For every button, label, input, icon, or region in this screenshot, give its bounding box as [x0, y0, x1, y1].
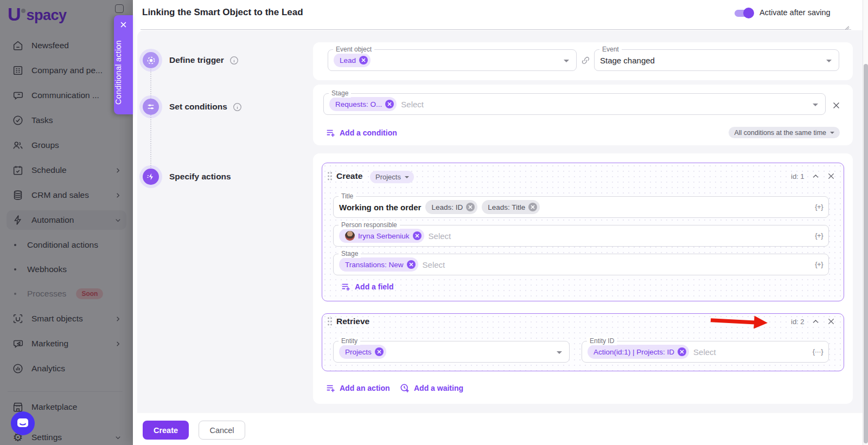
drag-handle-icon[interactable] — [327, 317, 333, 326]
event-object-label: Event object — [333, 46, 374, 54]
condition-stage-chip: Requests: O... — [329, 97, 397, 111]
modal-overlay[interactable] — [0, 0, 133, 445]
insert-variable-button[interactable]: {···} — [813, 347, 823, 356]
footer-bar: Create Cancel — [133, 413, 868, 445]
stage-field[interactable]: Stage Translations: New Select {+} — [333, 254, 829, 275]
close-icon[interactable] — [827, 317, 835, 326]
retrieve-card-title: Retrieve — [336, 317, 369, 326]
activate-toggle-label: Activate after saving — [760, 8, 831, 17]
textarea-resize-handle[interactable] — [844, 23, 850, 30]
specify-actions-label: Specify actions — [169, 172, 231, 182]
entity-id-field[interactable]: Entity ID Action(id:1) | Projects: ID Se… — [582, 341, 829, 363]
action-id: id: 2 — [791, 318, 805, 326]
remove-chip-icon[interactable] — [385, 100, 394, 108]
chat-icon — [16, 417, 29, 429]
event-value: Stage changed — [600, 56, 655, 65]
event-object-chip: Lead — [334, 53, 371, 67]
set-conditions-label: Set conditions — [169, 102, 242, 112]
create-card-title: Create — [336, 171, 362, 181]
close-icon[interactable] — [827, 172, 835, 180]
define-trigger-label: Define trigger — [169, 55, 239, 65]
dropdown-caret-icon[interactable] — [813, 104, 818, 106]
playlist-add-icon — [326, 128, 335, 138]
title-text: Working on the order — [339, 203, 421, 212]
add-field-link[interactable]: Add a field — [341, 282, 394, 292]
set-conditions-step-icon — [143, 99, 159, 115]
activate-toggle[interactable] — [733, 8, 754, 18]
drawer-panel: Linking the Smart Object to the Lead Act… — [133, 0, 868, 445]
entity-chip: Projects — [339, 345, 386, 359]
remove-chip-icon[interactable] — [407, 260, 416, 269]
remove-chip-icon[interactable] — [466, 203, 475, 211]
conditional-action-tab[interactable]: Conditional action — [114, 15, 133, 114]
person-responsible-field[interactable]: Person responsible Iryna Serbeniuk Selec… — [333, 225, 829, 247]
drawer-tab-label: Conditional action — [114, 35, 133, 111]
entity-field[interactable]: Entity Projects — [333, 341, 570, 363]
person-chip: Iryna Serbeniuk — [339, 229, 424, 243]
remove-condition-icon[interactable] — [832, 101, 841, 110]
dropdown-caret-icon[interactable] — [564, 60, 569, 62]
insert-variable-button[interactable]: {+} — [815, 203, 823, 211]
add-waiting-link[interactable]: Add a waiting — [400, 383, 463, 393]
define-trigger-step-icon — [143, 52, 159, 68]
link-icon — [581, 56, 590, 65]
insert-variable-button[interactable]: {+} — [815, 260, 823, 268]
clock-add-icon — [400, 383, 410, 393]
create-button[interactable]: Create — [143, 421, 189, 440]
chevron-down-icon — [405, 176, 409, 178]
collapse-icon[interactable] — [812, 172, 820, 180]
dropdown-caret-icon[interactable] — [557, 351, 562, 354]
entity-label: Entity — [339, 337, 360, 345]
app: U spacy Newsfeed Company and pe... Commu… — [0, 0, 868, 445]
entity-id-chip: Action(id:1) | Projects: ID — [588, 345, 689, 359]
description-textarea-edge — [141, 29, 851, 30]
insert-variable-button[interactable]: {+} — [815, 231, 823, 240]
close-icon[interactable] — [119, 21, 127, 29]
event-object-field[interactable]: Event object Lead — [328, 49, 577, 71]
retrieve-card-controls: id: 2 — [791, 317, 835, 326]
condition-stage-field[interactable]: Stage Requests: O... Select — [323, 93, 826, 115]
stage-label: Stage — [339, 250, 361, 258]
remove-chip-icon[interactable] — [678, 347, 686, 356]
chat-bubble-button[interactable] — [11, 411, 35, 435]
step-connector — [150, 69, 151, 170]
action-id: id: 1 — [791, 172, 805, 180]
remove-chip-icon[interactable] — [413, 231, 422, 240]
info-icon[interactable] — [233, 102, 242, 112]
chevron-down-icon — [830, 132, 834, 134]
remove-chip-icon[interactable] — [359, 56, 368, 65]
remove-chip-icon[interactable] — [375, 347, 384, 356]
entity-id-label: Entity ID — [587, 337, 617, 345]
collapse-icon[interactable] — [812, 318, 820, 326]
dropdown-caret-icon[interactable] — [826, 60, 832, 62]
specify-actions-step-icon — [143, 169, 159, 185]
create-card-controls: id: 1 — [791, 172, 835, 180]
page-title: Linking the Smart Object to the Lead — [142, 7, 303, 18]
drag-handle-icon[interactable] — [327, 172, 333, 180]
info-icon[interactable] — [229, 56, 239, 65]
title-chip-leads-id: Leads: ID — [425, 200, 477, 214]
playlist-add-icon — [341, 282, 350, 292]
create-entity-select[interactable]: Projects — [370, 171, 414, 183]
event-field[interactable]: Event Stage changed — [594, 49, 839, 71]
title-label: Title — [339, 192, 356, 201]
add-condition-link[interactable]: Add a condition — [326, 128, 397, 138]
person-responsible-label: Person responsible — [339, 221, 400, 229]
remove-chip-icon[interactable] — [528, 203, 537, 211]
add-action-link[interactable]: Add an action — [326, 383, 390, 393]
stage-chip: Translations: New — [339, 257, 418, 272]
avatar — [345, 231, 355, 241]
scrollbar-thumb[interactable] — [864, 64, 868, 443]
title-chip-leads-title: Leads: Title — [482, 200, 540, 214]
scrollbar[interactable] — [863, 0, 868, 445]
conditions-mode-select[interactable]: All conditions at the same time — [729, 127, 840, 138]
condition-stage-label: Stage — [329, 89, 351, 98]
playlist-add-icon — [326, 383, 335, 393]
title-field[interactable]: Title Working on the order Leads: ID Lea… — [333, 196, 829, 218]
event-label: Event — [599, 46, 622, 54]
cancel-button[interactable]: Cancel — [199, 421, 245, 440]
